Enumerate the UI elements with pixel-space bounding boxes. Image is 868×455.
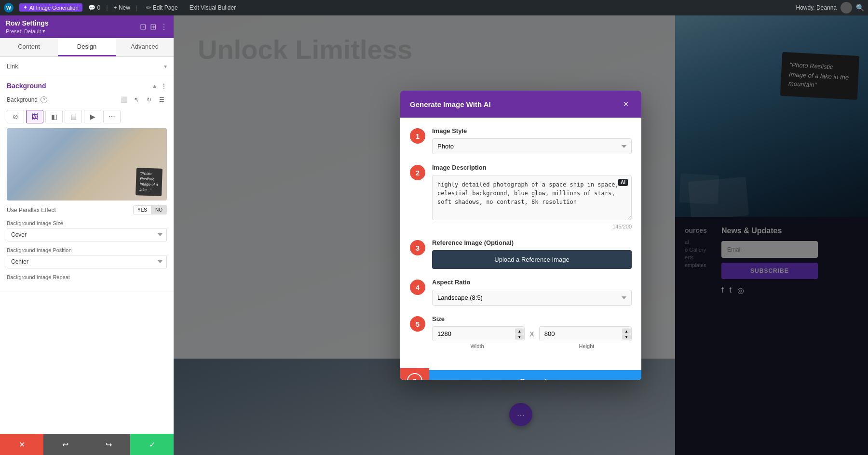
bg-collapse-icon[interactable]: ▲ <box>151 82 158 90</box>
step-4-row: 4 Aspect Ratio Landscape (8:5) Portrait … <box>410 279 632 306</box>
bg-type-pattern[interactable]: ⋯ <box>103 110 121 123</box>
save-icon: ✓ <box>149 440 155 449</box>
more-icon[interactable]: ⋮ <box>160 22 168 31</box>
bg-type-gradient[interactable]: ▤ <box>65 110 82 123</box>
howdy-label: Howdy, Deanna <box>796 4 837 11</box>
undo-button[interactable]: ↩ <box>43 434 87 455</box>
textarea-wrapper: AI <box>432 175 632 222</box>
image-description-textarea[interactable] <box>432 175 632 220</box>
bg-icon-refresh[interactable]: ↻ <box>144 94 154 105</box>
sidebar-content: Link ▾ Background ▲ ⋮ Background ? ⬜ <box>0 57 174 434</box>
bg-position-select[interactable]: Center Top Bottom Left Right <box>7 255 167 268</box>
undo-icon: ↩ <box>62 440 68 449</box>
bg-preview: "PhotoReslisticImage of alake..." <box>7 128 167 201</box>
responsive-icon[interactable]: ⊡ <box>140 22 146 31</box>
parallax-label: Use Parallax Effect <box>7 207 56 214</box>
cancel-button[interactable]: ✕ <box>0 434 43 455</box>
modal-body: 1 Image Style Photo Illustration 3D Rend… <box>400 118 641 368</box>
divider: | <box>106 4 108 11</box>
sidebar-title: Row Settings <box>6 19 49 27</box>
bg-size-select[interactable]: Cover Contain Auto <box>7 228 167 241</box>
main-content: Unlock Limitless "Photo Reslistic Image … <box>174 15 868 455</box>
search-icon[interactable]: 🔍 <box>856 4 864 12</box>
bg-type-color[interactable]: ◧ <box>45 110 63 123</box>
parallax-row: Use Parallax Effect YES NO <box>7 205 167 214</box>
image-style-select[interactable]: Photo Illustration 3D Render Sketch <box>432 138 632 154</box>
modal-overlay: Generate Image With AI × 1 Image Style P… <box>174 15 868 455</box>
step-5-num: 5 <box>410 316 425 332</box>
height-up-button[interactable]: ▲ <box>622 328 631 334</box>
modal-footer: 6 Generate <box>400 368 641 380</box>
bg-icons: ⬜ ↖ ↻ ☰ <box>119 94 167 105</box>
x-space <box>527 343 537 349</box>
top-bar-left: W ✦ AI Image Generation 💬 0 | + New | ✏ … <box>4 3 790 13</box>
generate-button[interactable]: Generate <box>429 370 641 380</box>
step-4-num: 4 <box>410 280 425 295</box>
bg-type-row: ⊘ 🖼 ◧ ▤ ▶ ⋯ <box>7 110 167 123</box>
toggle-no[interactable]: NO <box>151 205 167 214</box>
link-section[interactable]: Link ▾ <box>0 57 174 76</box>
cancel-icon: ✕ <box>19 440 25 449</box>
bg-size-label: Background Image Size <box>7 220 167 226</box>
main-layout: Row Settings Preset: Default ▾ ⊡ ⊞ ⋮ Con… <box>0 15 868 455</box>
height-down-button[interactable]: ▼ <box>622 334 631 339</box>
bg-label-row: Background ? ⬜ ↖ ↻ ☰ <box>7 94 167 105</box>
parallax-toggle[interactable]: YES NO <box>133 205 167 214</box>
new-button[interactable]: + New <box>114 4 130 11</box>
image-description-label: Image Description <box>432 164 632 171</box>
edit-page-button[interactable]: ✏ Edit Page <box>143 3 180 12</box>
bottom-bar: ✕ ↩ ↪ ✓ <box>0 434 174 455</box>
help-icon[interactable]: ? <box>41 96 47 103</box>
tab-advanced[interactable]: Advanced <box>116 38 174 56</box>
background-title: Background ▲ ⋮ <box>7 82 167 90</box>
bg-icon-arrow[interactable]: ↖ <box>131 94 142 105</box>
step-5-content: Size ▲ ▼ X <box>432 315 632 349</box>
aspect-ratio-select[interactable]: Landscape (8:5) Portrait (5:8) Square (1… <box>432 290 632 306</box>
step-2-num: 2 <box>410 165 425 180</box>
layout-icon[interactable]: ⊞ <box>150 22 156 31</box>
width-up-button[interactable]: ▲ <box>515 328 524 334</box>
user-avatar[interactable] <box>841 2 852 13</box>
link-label: Link <box>7 63 18 70</box>
step-2-row: 2 Image Description AI 145/200 <box>410 164 632 229</box>
save-button[interactable]: ✓ <box>130 434 174 455</box>
upload-reference-button[interactable]: Upload a Reference Image <box>432 250 632 269</box>
left-sidebar: Row Settings Preset: Default ▾ ⊡ ⊞ ⋮ Con… <box>0 15 174 455</box>
step-6-num-wrap: 6 <box>400 368 429 380</box>
toggle-yes[interactable]: YES <box>133 205 151 214</box>
bg-icon-tablet[interactable]: ⬜ <box>119 94 129 105</box>
modal-close-button[interactable]: × <box>620 98 632 110</box>
width-input[interactable] <box>432 326 525 341</box>
top-bar: W ✦ AI Image Generation 💬 0 | + New | ✏ … <box>0 0 868 15</box>
bg-icon-menu[interactable]: ☰ <box>156 94 167 105</box>
bg-title-controls: ▲ ⋮ <box>151 82 167 90</box>
comment-button[interactable]: 💬 0 <box>88 4 101 11</box>
sidebar-preset[interactable]: Preset: Default ▾ <box>6 28 49 34</box>
wordpress-logo[interactable]: W <box>4 3 14 13</box>
bg-type-image[interactable]: 🖼 <box>26 110 43 123</box>
width-spinners: ▲ ▼ <box>515 328 524 339</box>
bg-type-video[interactable]: ▶ <box>84 110 101 123</box>
width-down-button[interactable]: ▼ <box>515 334 524 339</box>
x-divider: X <box>529 330 534 338</box>
ai-image-generation-badge[interactable]: ✦ AI Image Generation <box>19 3 82 12</box>
bg-more-icon[interactable]: ⋮ <box>161 82 167 90</box>
redo-button[interactable]: ↪ <box>87 434 130 455</box>
bg-type-none[interactable]: ⊘ <box>7 110 24 123</box>
divider2: | <box>136 4 137 11</box>
tab-content[interactable]: Content <box>0 38 58 56</box>
chevron-icon: ▾ <box>164 63 167 70</box>
sidebar-tabs: Content Design Advanced <box>0 38 174 57</box>
bg-repeat-label: Background Image Repeat <box>7 274 167 280</box>
bg-field-label: Background <box>7 96 38 103</box>
step-5-row: 5 Size ▲ ▼ <box>410 315 632 349</box>
generate-row: 6 Generate <box>400 368 641 380</box>
height-input[interactable] <box>539 326 632 341</box>
step-1-row: 1 Image Style Photo Illustration 3D Rend… <box>410 127 632 154</box>
tab-design[interactable]: Design <box>58 38 116 56</box>
width-label: Width <box>432 343 522 349</box>
bg-preview-quote: "PhotoReslisticImage of alake..." <box>136 168 163 196</box>
height-label: Height <box>542 343 632 349</box>
exit-visual-builder-button[interactable]: Exit Visual Builder <box>187 3 239 12</box>
reference-image-label: Reference Image (Optional) <box>432 239 632 246</box>
